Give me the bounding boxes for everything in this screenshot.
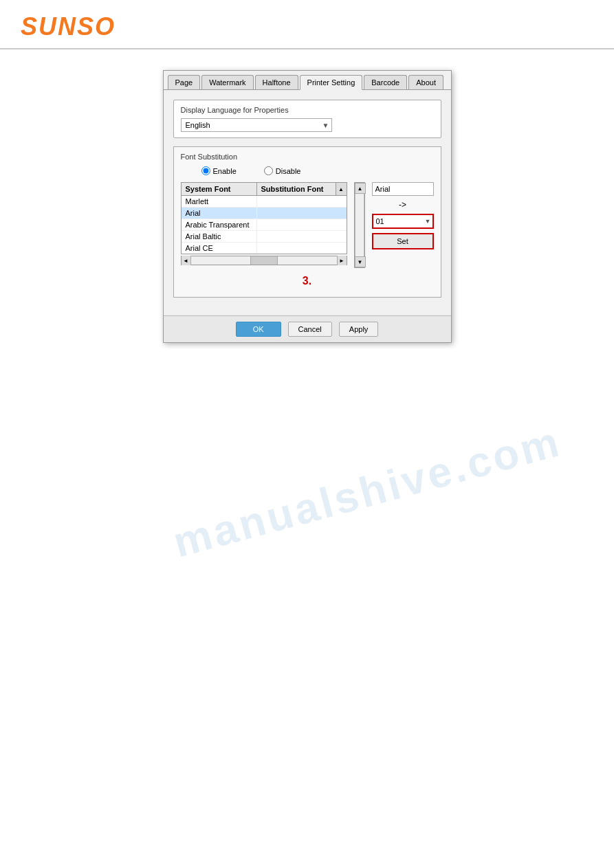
vertical-scrollbar[interactable]: ▲ ▼ [354, 182, 365, 268]
table-row[interactable]: Arial CE [182, 243, 347, 254]
disable-radio-label[interactable]: Disable [264, 166, 301, 175]
font-table-container: System Font Substitution Font ▲ Marlett [181, 182, 347, 254]
hscroll-left-icon[interactable]: ◄ [182, 256, 191, 265]
disable-radio-text: Disable [276, 167, 301, 175]
font-number-dropdown[interactable]: 01 02 03 04 [372, 214, 434, 229]
dialog: Page Watermark Halftone Printer Setting … [163, 70, 452, 343]
scroll-up-icon[interactable]: ▲ [355, 183, 366, 194]
scroll-track [355, 194, 364, 256]
font-sub-cell [257, 196, 347, 207]
font-name-input[interactable] [372, 182, 434, 196]
hscroll-track-right [278, 256, 337, 265]
disable-radio[interactable] [264, 166, 273, 175]
tab-page[interactable]: Page [168, 75, 201, 89]
table-row[interactable]: Arabic Transparent [182, 219, 347, 231]
horizontal-scrollbar[interactable]: ◄ ► [181, 256, 347, 265]
table-scroll-up-icon[interactable]: ▲ [336, 183, 347, 195]
col-system-font-header: System Font [182, 183, 257, 195]
ok-button[interactable]: OK [236, 322, 281, 337]
language-dropdown-wrapper: English Japanese French German Spanish ▼ [181, 118, 332, 132]
cancel-button[interactable]: Cancel [288, 322, 332, 337]
logo: Sunso [21, 12, 593, 41]
enable-radio-text: Enable [213, 167, 237, 175]
tab-printer-setting[interactable]: Printer Setting [300, 75, 363, 90]
table-row[interactable]: Arial Baltic [182, 231, 347, 243]
font-sub-cell [257, 243, 347, 254]
header: Sunso [0, 0, 614, 49]
radio-row: Enable Disable [181, 166, 434, 175]
font-sub-cell [257, 219, 347, 230]
font-system-cell: Arabic Transparent [182, 219, 257, 230]
display-language-group: Display Language for Properties English … [173, 100, 441, 138]
hscroll-right-icon[interactable]: ► [337, 256, 347, 265]
font-system-cell: Marlett [182, 196, 257, 207]
display-language-title: Display Language for Properties [181, 106, 434, 114]
font-table-body: Marlett Arial Arabic Transparent [182, 196, 347, 254]
enable-radio[interactable] [201, 166, 210, 175]
enable-radio-label[interactable]: Enable [201, 166, 237, 175]
font-table-area: System Font Substitution Font ▲ Marlett [181, 182, 434, 268]
dialog-footer: OK Cancel Apply [164, 315, 451, 342]
logo-text: Sunso [21, 12, 116, 41]
language-select[interactable]: English Japanese French German Spanish [181, 118, 332, 132]
apply-button[interactable]: Apply [339, 322, 379, 337]
tab-bar: Page Watermark Halftone Printer Setting … [164, 71, 451, 90]
step-label: 3. [181, 275, 434, 287]
table-row[interactable]: Marlett [182, 196, 347, 208]
hscroll-thumb [250, 256, 278, 265]
table-row[interactable]: Arial [182, 208, 347, 219]
font-system-cell: Arial Baltic [182, 231, 257, 242]
font-controls: -> 01 02 03 04 ▼ Set [372, 182, 434, 249]
font-substitution-group: Font Substitution Enable Disable [173, 146, 441, 298]
tab-halftone[interactable]: Halftone [255, 75, 298, 89]
font-sub-cell [257, 208, 347, 219]
main-content: Page Watermark Halftone Printer Setting … [0, 49, 614, 364]
scroll-down-icon[interactable]: ▼ [355, 256, 366, 267]
font-table-section: System Font Substitution Font ▲ Marlett [181, 182, 347, 265]
font-number-dropdown-wrapper: 01 02 03 04 ▼ [372, 214, 434, 229]
tab-about[interactable]: About [408, 75, 443, 89]
font-sub-cell [257, 231, 347, 242]
tab-barcode[interactable]: Barcode [364, 75, 407, 89]
font-system-cell: Arial CE [182, 243, 257, 254]
set-button[interactable]: Set [372, 233, 434, 249]
language-dropdown-row: English Japanese French German Spanish ▼ [181, 118, 434, 132]
watermark: manualshive.com [168, 416, 566, 567]
hscroll-track [191, 256, 250, 265]
tab-watermark[interactable]: Watermark [201, 75, 253, 89]
arrow-label: -> [372, 200, 434, 210]
dialog-body: Display Language for Properties English … [164, 90, 451, 315]
font-system-cell: Arial [182, 208, 257, 219]
col-substitution-font-header: Substitution Font [257, 183, 347, 195]
font-substitution-title: Font Substitution [181, 153, 434, 161]
font-table-header: System Font Substitution Font ▲ [182, 183, 347, 196]
